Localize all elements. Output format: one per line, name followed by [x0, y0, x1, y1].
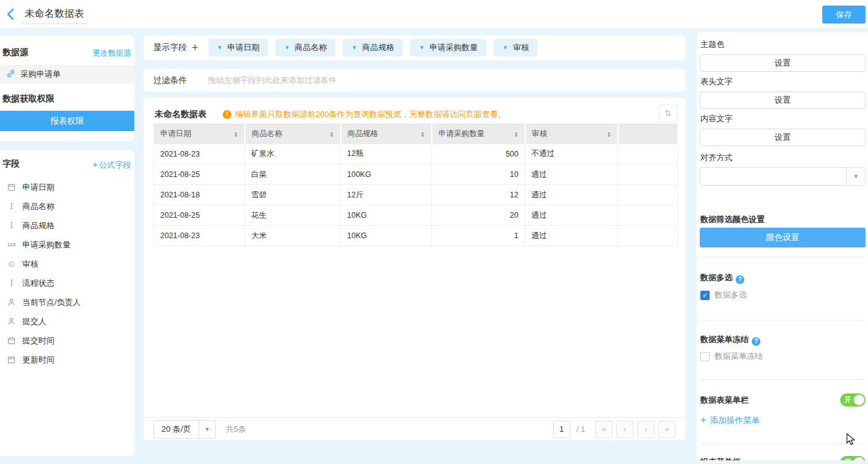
help-icon[interactable]: ? — [736, 275, 744, 284]
field-item-label: 提交时间 — [22, 335, 54, 346]
add-action-menu-link[interactable]: +添加操作菜单 — [700, 415, 760, 426]
sort-arrows-icon[interactable]: ▲▼ — [514, 131, 518, 137]
prev-page-icon[interactable]: ‹ — [616, 421, 634, 438]
table-row[interactable]: 2021-08-25 白菜 100KG 10 通过 — [154, 165, 678, 185]
cell-product-name: 雪碧 — [245, 185, 341, 205]
field-item-update-time[interactable]: 更新时间 — [0, 350, 134, 369]
field-chip-quantity[interactable]: ▼申请采购数量 — [410, 39, 486, 56]
filter-dropzone-placeholder: 拖动左侧字段到此处来添加过滤条件 — [208, 75, 337, 86]
datasource-card: 数据源 更改数据源 采购申请单 数据获取权限 报表权限 — [0, 35, 134, 141]
page-title[interactable]: 未命名数据表 — [22, 7, 87, 24]
column-header-product-spec[interactable]: 商品规格▲▼ — [341, 124, 432, 144]
datasource-section-title: 数据源 — [2, 47, 28, 58]
divider — [700, 379, 866, 380]
cell-quantity: 1 — [432, 226, 525, 246]
header-text-set-button[interactable]: 设置 — [700, 92, 866, 109]
table-menu-toggle[interactable]: 开 — [840, 393, 866, 406]
field-item-label: 申请日期 — [22, 182, 54, 193]
sort-arrows-icon[interactable]: ▲▼ — [234, 131, 238, 137]
text-icon: I — [6, 279, 17, 288]
report-permission-button[interactable]: 报表权限 — [0, 111, 134, 131]
cell-empty — [618, 226, 678, 246]
help-icon[interactable]: ? — [752, 337, 760, 346]
checkbox-unchecked-icon[interactable] — [700, 352, 710, 361]
current-page-input[interactable]: 1 — [553, 421, 570, 438]
column-header-quantity[interactable]: 申请采购数量▲▼ — [432, 124, 525, 144]
cell-product-spec: 12瓶 — [341, 144, 432, 165]
plus-icon: + — [700, 415, 706, 425]
field-chip-apply-date[interactable]: ▼申请日期 — [208, 39, 269, 56]
page-size-value: 20 条/页 — [154, 421, 199, 438]
toggle-knob — [854, 457, 864, 460]
cell-empty — [618, 185, 678, 205]
last-page-icon[interactable]: » — [658, 421, 676, 438]
report-menu-label: 报表菜单栏 — [700, 457, 741, 460]
first-page-icon[interactable]: « — [595, 421, 612, 438]
multi-select-checkbox-row[interactable]: ✓ 数据多选 — [700, 290, 747, 301]
field-item-submit-time[interactable]: 提交时间 — [0, 331, 134, 350]
field-chip-review[interactable]: ▼审核 — [494, 39, 538, 56]
next-page-icon[interactable]: › — [637, 421, 655, 438]
multi-select-checkbox-label: 数据多选 — [715, 290, 747, 301]
field-item-product-name[interactable]: I 商品名称 — [0, 197, 134, 216]
add-display-field-icon[interactable]: + — [192, 41, 199, 54]
field-chip-product-name[interactable]: ▼商品名称 — [275, 39, 335, 56]
warning-icon: ! — [223, 110, 231, 119]
field-item-current-node[interactable]: 当前节点/负责人 — [0, 293, 134, 312]
member-icon — [6, 298, 17, 306]
cell-review: 通过 — [525, 226, 618, 246]
table-row[interactable]: 2021-08-25 花生 10KG 20 通过 — [154, 205, 678, 226]
table-row[interactable]: 2021-08-23 矿泉水 12瓶 500 不通过 — [154, 144, 678, 165]
content-text-set-button[interactable]: 设置 — [700, 129, 866, 146]
field-item-apply-date[interactable]: 申请日期 — [0, 178, 134, 197]
page-size-select[interactable]: 20 条/页 ▼ — [153, 420, 216, 439]
chevron-down-icon[interactable]: ▼ — [284, 45, 290, 51]
color-settings-button[interactable]: 颜色设置 — [700, 228, 866, 247]
chevron-down-icon: ▼ — [199, 421, 215, 438]
menu-freeze-checkbox-row[interactable]: 数据菜单冻结 — [700, 351, 763, 362]
sort-arrows-icon[interactable]: ▲▼ — [607, 131, 611, 137]
field-list: 申请日期 I 商品名称 I 商品规格 123 申请采购数量 ⊙ 审核 I 流程状… — [0, 178, 134, 369]
column-header-product-name[interactable]: 商品名称▲▼ — [245, 124, 341, 144]
table-row[interactable]: 2021-08-23 大米 10KG 1 通过 — [154, 226, 678, 246]
chevron-down-icon[interactable]: ▼ — [419, 45, 424, 51]
back-icon[interactable] — [6, 8, 17, 20]
cell-quantity: 500 — [432, 144, 525, 165]
menu-freeze-checkbox-label: 数据菜单冻结 — [715, 351, 763, 362]
alignment-select[interactable]: ▼ — [700, 167, 866, 186]
chevron-down-icon[interactable]: ▼ — [217, 45, 223, 51]
chevron-down-icon[interactable]: ▼ — [502, 45, 508, 51]
fields-section-title: 字段 — [2, 158, 20, 170]
field-item-review[interactable]: ⊙ 审核 — [0, 254, 134, 273]
checkbox-checked-icon[interactable]: ✓ — [700, 291, 710, 300]
report-menu-toggle[interactable]: 开 — [840, 456, 866, 460]
column-header-review[interactable]: 审核▲▼ — [525, 124, 618, 144]
mouse-cursor — [846, 433, 856, 449]
sort-arrows-icon[interactable]: ▲▼ — [421, 131, 424, 137]
cell-apply-date: 2021-08-25 — [154, 205, 245, 226]
table-title: 未命名数据表 — [155, 109, 207, 120]
column-header-apply-date[interactable]: 申请日期▲▼ — [154, 124, 245, 144]
table-row[interactable]: 2021-08-18 雪碧 12斤 12 通过 — [154, 185, 678, 205]
field-item-submitter[interactable]: 提交人 — [0, 312, 134, 331]
cell-apply-date: 2021-08-23 — [154, 144, 245, 165]
cell-product-spec: 100KG — [341, 165, 432, 185]
field-chip-product-spec[interactable]: ▼商品规格 — [343, 39, 403, 56]
field-item-quantity[interactable]: 123 申请采购数量 — [0, 235, 134, 254]
save-button[interactable]: 保存 — [822, 6, 866, 24]
sort-order-icon[interactable]: ⇅ — [659, 104, 677, 122]
cell-product-name: 花生 — [245, 205, 341, 226]
field-item-product-spec[interactable]: I 商品规格 — [0, 216, 134, 235]
top-header: 未命名数据表 保存 — [0, 0, 868, 28]
chevron-down-icon[interactable]: ▼ — [351, 45, 357, 51]
field-item-flow-status[interactable]: I 流程状态 — [0, 273, 134, 293]
theme-color-set-button[interactable]: 设置 — [700, 54, 866, 72]
cell-apply-date: 2021-08-18 — [154, 185, 245, 205]
filter-card[interactable]: 过滤条件 拖动左侧字段到此处来添加过滤条件 — [144, 69, 685, 92]
sort-arrows-icon[interactable]: ▲▼ — [330, 131, 333, 137]
field-item-label: 提交人 — [22, 316, 46, 327]
divider — [700, 444, 866, 444]
datasource-item[interactable]: 采购申请单 — [0, 65, 134, 84]
add-formula-field-link[interactable]: +公式字段 — [92, 159, 131, 171]
change-datasource-link[interactable]: 更改数据源 — [93, 48, 132, 59]
